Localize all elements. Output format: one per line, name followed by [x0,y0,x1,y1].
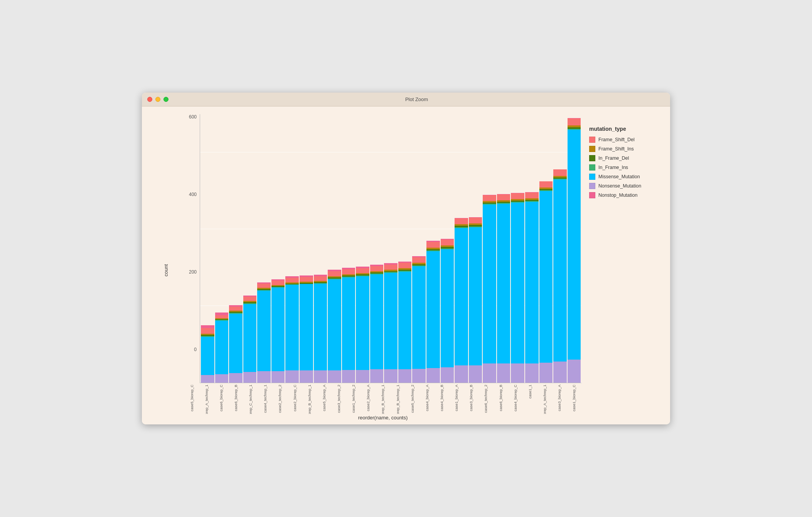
plot-area [200,114,581,383]
x-tick-container: case2_biorep_A [361,385,376,411]
bar-segment [412,369,426,383]
bars-container [200,114,581,383]
legend-item: Frame_Shift_Ins [589,146,659,152]
bar-stack [497,194,510,383]
bar-stack [271,279,285,383]
bar-segment [398,369,412,383]
x-tick: case5_biorep_C [190,385,194,411]
bar-segment [497,194,510,200]
x-tick-container: case1_biorep_A [449,385,464,411]
bar-group [412,114,426,383]
bar-segment [539,181,553,188]
bar-segment [455,365,468,383]
x-tick-container: case4_biorep_C [508,385,522,411]
bar-segment [469,218,482,224]
bar-stack [370,265,384,383]
legend-label: In_Frame_Ins [598,165,628,170]
close-button[interactable] [147,97,152,102]
legend-swatch [589,137,595,143]
bar-segment [553,362,567,383]
y-tick: 400 [189,192,197,197]
bar-segment [370,266,384,271]
legend-item: In_Frame_Del [589,155,659,161]
legend-label: Nonsense_Mutation [598,183,641,189]
bar-group [539,114,553,383]
bar-segment [300,370,313,383]
bar-group [215,114,229,383]
bar-group [271,114,285,383]
x-tick: case1_techrep_2 [351,385,355,413]
legend-swatch [589,192,595,198]
main-window: Plot Zoom count 6004002000 [142,93,670,424]
bar-segment [215,315,229,318]
titlebar: Plot Zoom [142,93,670,106]
bar-stack [300,275,313,383]
y-tick: 600 [189,114,197,120]
bar-segment [441,240,454,245]
y-axis: 6004002000 [184,114,200,383]
minimize-button[interactable] [155,97,160,102]
bar-segment [370,274,384,370]
x-tick: case4_biorep_C [513,385,517,411]
x-tick: case1_biorep_C [572,385,576,411]
bar-segment [426,251,440,368]
bar-group [342,114,355,383]
bar-segment [201,328,214,334]
bar-stack [539,181,553,383]
x-tick: case3_techrep_2 [337,385,341,413]
bar-segment [229,314,243,373]
bar-segment [328,279,341,371]
bar-segment [314,284,327,371]
x-tick: case6_biorep_B [234,385,238,411]
legend-swatch [589,146,595,152]
legend-label: In_Frame_Del [598,155,629,161]
y-tick: 200 [189,269,197,275]
legend-label: Frame_Shift_Ins [598,146,634,152]
bar-segment [426,368,440,383]
bar-segment [342,269,355,274]
bar-stack [553,169,567,383]
x-axis-label: reorder(name, counts) [184,414,581,421]
bar-segment [455,218,468,225]
bar-segment [441,249,454,367]
bar-segment [271,371,285,383]
bar-segment [553,169,567,176]
bar-stack [525,192,539,383]
bar-segment [314,276,327,281]
bar-group [511,114,524,383]
bar-segment [497,363,510,383]
x-tick: case6_biorep_A_techrep_1 [204,385,209,414]
x-tick-container: case5_techrep_2 [405,385,419,413]
bar-segment [539,363,553,383]
bar-group [314,114,327,383]
bar-segment [257,371,271,383]
maximize-button[interactable] [163,97,168,102]
bar-stack [229,305,243,383]
x-axis: case5_biorep_Ccase6_biorep_A_techrep_1ca… [184,383,581,414]
legend-swatch [589,155,595,161]
bar-stack [342,268,355,383]
bar-group [483,114,496,383]
bar-segment [370,369,384,383]
x-tick-container: case1_biorep_A_techrep_1 [537,385,552,414]
x-tick-container: case3_biorep_C_techrep_1 [243,385,258,414]
bar-group [441,114,454,383]
x-tick-container: case3_biorep_B [464,385,478,411]
y-axis-label: count [163,264,169,277]
bar-segment [568,360,581,383]
bar-segment [243,297,257,301]
x-tick: case5_biorep_B_techrep_1 [307,385,312,414]
x-tick-container: case1_1 [522,385,537,399]
bar-segment [300,277,313,282]
x-tick-container: case2_techrep_2 [273,385,287,413]
bar-segment [441,367,454,383]
x-tick: case1_biorep_A [454,385,458,411]
x-tick-container: case6_biorep_C [214,385,228,411]
x-tick: case3_biorep_B [469,385,473,411]
bar-group [229,114,243,383]
legend-item: Frame_Shift_Del [589,137,659,143]
bar-stack [328,270,341,383]
bar-segment [469,365,482,383]
x-tick: case4_techrep_1 [263,385,267,413]
bar-segment [215,374,229,383]
